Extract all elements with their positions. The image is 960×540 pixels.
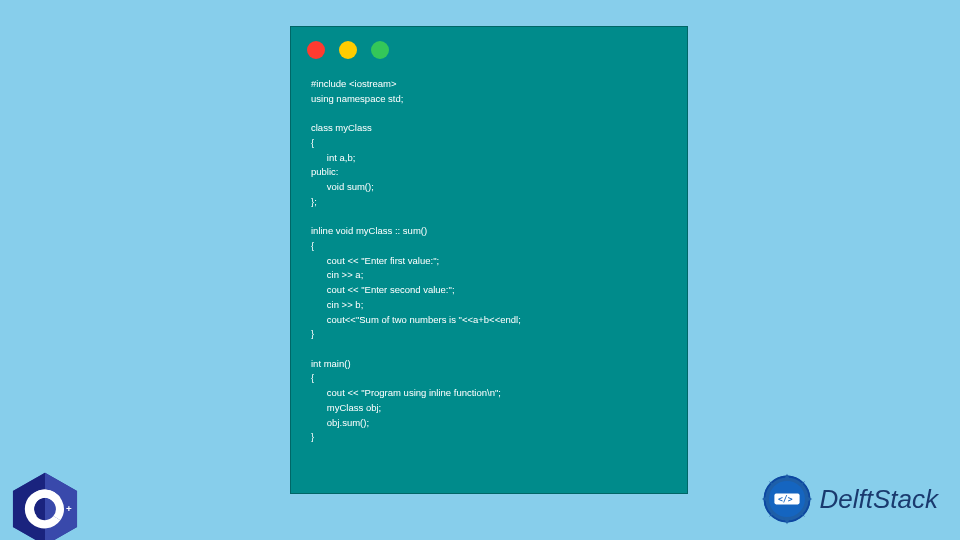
code-window: #include <iostream> using namespace std;…: [290, 26, 688, 494]
window-controls: [291, 27, 687, 69]
maximize-dot-icon: [371, 41, 389, 59]
delftstack-logo: </> DelftStack: [760, 472, 939, 526]
svg-text:+: +: [66, 503, 72, 514]
svg-text:+: +: [58, 503, 64, 514]
close-dot-icon: [307, 41, 325, 59]
minimize-dot-icon: [339, 41, 357, 59]
delftstack-label: DelftStack: [820, 484, 939, 515]
delftstack-gear-icon: </>: [760, 472, 814, 526]
cpp-logo-icon: + +: [10, 470, 80, 540]
code-content: #include <iostream> using namespace std;…: [291, 69, 687, 453]
svg-text:</>: </>: [778, 494, 793, 504]
